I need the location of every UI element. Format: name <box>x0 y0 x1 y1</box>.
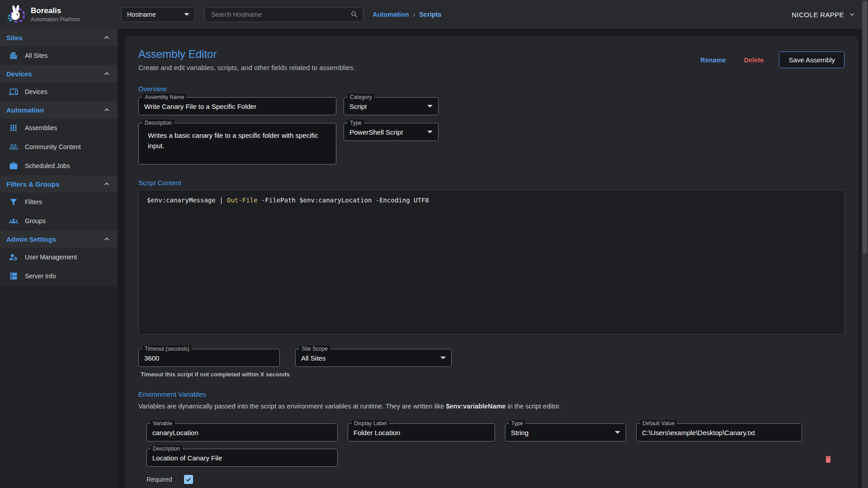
chevron-up-icon <box>102 33 111 42</box>
variable-name-value: canaryLocation <box>152 429 198 436</box>
trash-icon <box>824 454 833 465</box>
sidebar-item-label: Groups <box>25 217 46 225</box>
display-label-value: Folder Location <box>354 429 400 436</box>
sidebar-item-label: Community Content <box>25 143 81 150</box>
app-root: Borealis Automation Platform Sites All S… <box>0 0 868 488</box>
sidebar-item-label: Scheduled Jobs <box>25 162 70 169</box>
chevron-down-icon <box>184 13 189 16</box>
assembly-editor-card: Assembly Editor Create and edit variable… <box>125 36 858 488</box>
env-vars-section-label: Environment Variables <box>138 390 844 398</box>
save-assembly-button[interactable]: Save Assembly <box>779 52 844 68</box>
briefcase-icon <box>9 161 18 170</box>
sidebar-item-label: Devices <box>25 88 47 95</box>
search-input[interactable] <box>210 10 350 19</box>
description-label: Description <box>142 120 174 127</box>
code-text: -FilePath $env:canaryLocation -Encoding … <box>257 197 429 204</box>
devices-icon <box>9 87 18 96</box>
sidebar: Borealis Automation Platform Sites All S… <box>0 0 118 488</box>
sidebar-item-community-content[interactable]: Community Content <box>0 137 118 156</box>
scrollbar-thumb[interactable] <box>863 1 867 254</box>
script-content-section-label: Script Content <box>138 179 844 187</box>
search-icon <box>350 10 359 19</box>
card-header: Assembly Editor Create and edit variable… <box>138 48 844 71</box>
required-row: Required <box>146 475 844 484</box>
type-select[interactable]: Type PowerShell Script <box>344 123 439 141</box>
required-checkbox[interactable] <box>184 475 193 484</box>
timeout-field[interactable]: Timeout (seconds) 3600 <box>138 349 280 367</box>
sidebar-item-label: Server Info <box>25 272 56 280</box>
variable-description-value: Location of Canary File <box>152 454 222 462</box>
sidebar-section-sites[interactable]: Sites <box>0 29 118 46</box>
variable-name-field[interactable]: Variable canaryLocation <box>146 423 338 441</box>
chevron-down-icon <box>427 105 433 108</box>
sidebar-section-filters-groups[interactable]: Filters & Groups <box>0 175 118 192</box>
env-var-syntax: $env:variableName <box>446 403 505 410</box>
header-actions: Rename Delete Save Assembly <box>693 52 844 68</box>
section-label: Sites <box>6 34 23 42</box>
sidebar-section-admin-settings[interactable]: Admin Settings <box>0 230 118 248</box>
rename-button[interactable]: Rename <box>693 53 733 67</box>
section-label: Automation <box>6 106 44 114</box>
user-menu[interactable]: NICOLE RAPPE <box>792 10 856 19</box>
category-label: Category <box>348 94 374 101</box>
delete-button[interactable]: Delete <box>737 53 771 67</box>
assembly-name-value: Write Canary File to a Specific Folder <box>144 103 256 110</box>
code-keyword: Out-File <box>227 197 257 204</box>
assembly-name-field[interactable]: Assembly Name Write Canary File to a Spe… <box>138 97 336 115</box>
description-value: Writes a basic canary file to a specific… <box>148 130 329 151</box>
sidebar-item-user-management[interactable]: User Management <box>0 248 118 267</box>
sidebar-item-label: Filters <box>25 198 42 206</box>
sidebar-item-all-sites[interactable]: All Sites <box>0 46 118 65</box>
user-name: NICOLE RAPPE <box>792 11 844 19</box>
sidebar-item-server-info[interactable]: Server Info <box>0 267 118 286</box>
topbar: Hostname Automation › Scripts NICOLE RAP… <box>118 0 868 29</box>
variable-type-value: String <box>511 429 528 436</box>
chevron-up-icon <box>102 69 111 78</box>
card-title-block: Assembly Editor Create and edit variable… <box>138 48 355 71</box>
sidebar-section-devices[interactable]: Devices <box>0 65 118 82</box>
env-variable-row: Variable canaryLocation Display Label Fo… <box>146 423 844 484</box>
timeout-group: Timeout (seconds) 3600 <box>138 349 280 367</box>
site-scope-value: All Sites <box>301 354 326 362</box>
variable-type-select[interactable]: Type String <box>505 423 626 441</box>
delete-variable-button[interactable] <box>822 452 835 468</box>
hostname-select[interactable]: Hostname <box>121 7 195 22</box>
filter-funnel-icon <box>9 197 18 206</box>
brand-text: Borealis Automation Platform <box>31 6 80 23</box>
default-value-field[interactable]: Default Value C:\Users\example\Desktop\C… <box>636 423 802 441</box>
checkmark-icon <box>185 476 192 483</box>
env-vars-description: Variables are dynamically passed into th… <box>138 403 844 410</box>
required-label: Required <box>146 476 172 483</box>
brand-header: Borealis Automation Platform <box>0 0 118 29</box>
sidebar-item-scheduled-jobs[interactable]: Scheduled Jobs <box>0 156 118 175</box>
breadcrumb-scripts[interactable]: Scripts <box>419 11 441 18</box>
sidebar-item-devices[interactable]: Devices <box>0 82 118 101</box>
section-label: Filters & Groups <box>6 180 60 188</box>
chevron-down-icon <box>440 357 446 359</box>
sidebar-item-assemblies[interactable]: Assemblies <box>0 118 118 137</box>
breadcrumb-separator: › <box>413 11 415 18</box>
hostname-search <box>204 7 363 22</box>
description-field[interactable]: Description Writes a basic canary file t… <box>138 123 336 164</box>
people-outline-icon <box>9 142 18 151</box>
sidebar-item-groups[interactable]: Groups <box>0 211 118 230</box>
display-label-label: Display Label <box>352 420 389 427</box>
timeout-helper-text: Timeout this script if not completed wit… <box>141 371 844 378</box>
variable-description-field[interactable]: Description Location of Canary File <box>146 449 338 467</box>
display-label-field[interactable]: Display Label Folder Location <box>348 423 495 441</box>
building-icon <box>9 51 18 60</box>
script-code-editor[interactable]: $env:canaryMessage | Out-File -FilePath … <box>138 190 844 334</box>
section-label: Admin Settings <box>6 235 56 243</box>
page-scrollbar[interactable] <box>862 0 868 488</box>
chevron-down-icon <box>427 131 433 133</box>
timeout-value: 3600 <box>144 354 159 362</box>
brand-subtitle: Automation Platform <box>31 16 80 23</box>
type-value: PowerShell Script <box>349 128 403 136</box>
sidebar-nav: Sites All Sites Devices Devices Automati… <box>0 29 118 286</box>
breadcrumb-automation[interactable]: Automation <box>373 11 409 18</box>
sidebar-section-automation[interactable]: Automation <box>0 101 118 118</box>
category-select[interactable]: Category Script <box>344 97 439 115</box>
site-scope-select[interactable]: Site Scope All Sites <box>295 349 452 367</box>
sidebar-item-filters[interactable]: Filters <box>0 192 118 211</box>
overview-section-label: Overview <box>138 85 844 93</box>
